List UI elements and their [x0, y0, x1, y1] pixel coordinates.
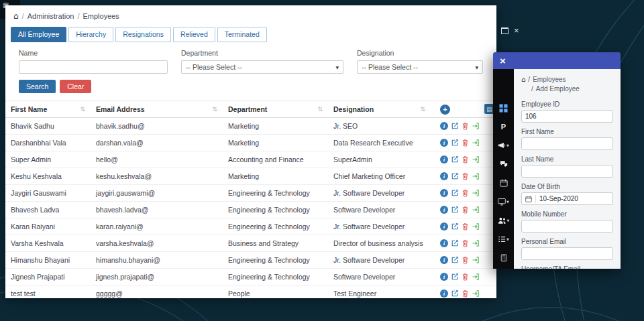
delete-icon[interactable] — [462, 189, 469, 197]
sidebar-item-chat[interactable] — [493, 155, 514, 174]
column-header-email[interactable]: Email Address ⇅ — [91, 101, 223, 117]
column-header-designation[interactable]: Designation ⇅ — [328, 101, 431, 117]
sign-in-icon[interactable] — [472, 139, 480, 147]
delete-icon[interactable] — [462, 273, 469, 281]
edit-icon[interactable] — [451, 139, 459, 147]
tab-relieved[interactable]: Relieved — [173, 27, 215, 42]
department-select[interactable]: -- Please Select -- ▼ — [181, 60, 343, 74]
sign-in-icon[interactable] — [472, 155, 480, 164]
delete-icon[interactable] — [462, 206, 469, 214]
tab-resignations[interactable]: Resignations — [115, 27, 171, 42]
first-name-input[interactable] — [521, 137, 613, 150]
edit-icon[interactable] — [451, 155, 459, 164]
edit-icon[interactable] — [451, 290, 459, 298]
calendar-icon — [525, 196, 532, 202]
breadcrumb-employees[interactable]: Employees — [83, 12, 119, 20]
search-button[interactable]: Search — [19, 80, 56, 93]
sidebar-item-calendar[interactable] — [493, 174, 514, 192]
cell-designation: Software Developer — [328, 269, 431, 285]
dock-window-icon[interactable] — [501, 27, 508, 34]
sign-in-icon[interactable] — [472, 122, 480, 130]
personal-email-input[interactable] — [521, 247, 613, 260]
sign-in-icon[interactable] — [472, 222, 480, 231]
sign-in-icon[interactable] — [472, 256, 480, 264]
info-icon[interactable]: i — [440, 222, 448, 231]
info-icon[interactable]: i — [440, 290, 448, 298]
sign-in-icon[interactable] — [472, 189, 480, 197]
sign-in-icon[interactable] — [472, 172, 480, 180]
tab-hierarchy[interactable]: Hierarchy — [68, 27, 113, 42]
edit-icon[interactable] — [451, 172, 459, 180]
edit-icon[interactable] — [451, 206, 459, 214]
table-row: Bhavesh Ladva bhavesh.ladva@ Engineering… — [5, 202, 496, 218]
delete-icon[interactable] — [462, 155, 469, 164]
sign-in-icon[interactable] — [472, 273, 480, 281]
last-name-label: Last Name — [521, 155, 613, 163]
sidebar-item-screen-share[interactable]: ▼ — [493, 192, 514, 211]
delete-icon[interactable] — [462, 239, 469, 247]
info-icon[interactable]: i — [440, 139, 448, 147]
sort-icon: ⇅ — [212, 106, 217, 113]
info-icon[interactable]: i — [440, 172, 448, 180]
home-icon[interactable]: ⌂ — [521, 75, 525, 84]
home-icon[interactable]: ⌂ — [13, 11, 19, 21]
name-input[interactable] — [19, 60, 168, 74]
info-icon[interactable]: i — [440, 273, 448, 281]
edit-icon[interactable] — [451, 122, 459, 130]
add-employee-overlay: × P ▼ — [493, 52, 621, 269]
add-employee-button[interactable]: + — [440, 105, 450, 115]
info-icon[interactable]: i — [440, 256, 448, 264]
edit-icon[interactable] — [451, 189, 459, 197]
cell-first-name: Bhavik Sadhu — [5, 118, 91, 134]
delete-icon[interactable] — [462, 290, 469, 298]
employee-id-input[interactable] — [521, 110, 613, 123]
sidebar-item-p[interactable]: P — [493, 117, 514, 136]
sign-in-icon[interactable] — [472, 206, 480, 214]
cell-first-name: Himanshu Bhayani — [5, 252, 91, 268]
sidebar-item-dashboard[interactable] — [493, 99, 514, 117]
row-actions: i — [431, 118, 496, 134]
delete-icon[interactable] — [462, 122, 469, 130]
info-icon[interactable]: i — [440, 122, 448, 130]
close-overlay-icon[interactable]: × — [500, 56, 506, 66]
sidebar-item-announcements[interactable]: ▼ — [493, 136, 514, 155]
sort-icon: ⇅ — [317, 106, 323, 113]
table-row: Varsha Keshvala varsha.keshvala@ Busines… — [5, 235, 496, 252]
sign-in-icon[interactable] — [472, 239, 480, 247]
cell-first-name: Super Admin — [5, 151, 91, 168]
breadcrumb-administration[interactable]: Administration — [28, 12, 74, 20]
delete-icon[interactable] — [462, 139, 469, 147]
column-header-department[interactable]: Department ⇅ — [223, 101, 328, 117]
row-actions: i — [431, 285, 496, 298]
info-icon[interactable]: i — [440, 239, 448, 247]
delete-icon[interactable] — [462, 172, 469, 180]
tab-all-employee[interactable]: All Employee — [11, 27, 66, 42]
sidebar-item-tasks[interactable]: ▼ — [493, 230, 514, 249]
sign-in-icon[interactable] — [472, 290, 480, 298]
sidebar-item-users[interactable]: ▼ — [493, 211, 514, 230]
clear-button[interactable]: Clear — [60, 80, 91, 93]
employee-table-body: Bhavik Sadhu bhavik.sadhu@ Marketing Jr.… — [5, 118, 496, 298]
designation-select[interactable]: -- Please Select -- ▼ — [357, 60, 483, 74]
edit-icon[interactable] — [451, 239, 459, 247]
row-actions: i — [431, 202, 496, 218]
info-icon[interactable]: i — [440, 206, 448, 214]
edit-icon[interactable] — [451, 273, 459, 281]
last-name-input[interactable] — [521, 165, 613, 178]
close-icon[interactable]: × — [514, 26, 519, 35]
column-header-first-name[interactable]: First Name ⇅ — [5, 101, 91, 117]
overlay-breadcrumb-employees[interactable]: Employees — [533, 75, 566, 84]
sidebar-item-calculator[interactable] — [493, 249, 514, 267]
date-of-birth-input[interactable]: 10-Sep-2020 — [521, 192, 613, 205]
delete-icon[interactable] — [462, 256, 469, 264]
info-icon[interactable]: i — [440, 155, 448, 164]
cell-first-name: Karan Raiyani — [5, 218, 91, 235]
tab-terminated[interactable]: Terminated — [217, 27, 267, 42]
delete-icon[interactable] — [462, 222, 469, 231]
cell-email: keshu.keshvala@ — [91, 168, 223, 184]
edit-icon[interactable] — [451, 256, 459, 264]
mobile-number-input[interactable] — [521, 220, 613, 233]
info-icon[interactable]: i — [440, 189, 448, 197]
table-header-row: First Name ⇅ Email Address ⇅ Department … — [5, 101, 496, 118]
edit-icon[interactable] — [451, 222, 459, 231]
